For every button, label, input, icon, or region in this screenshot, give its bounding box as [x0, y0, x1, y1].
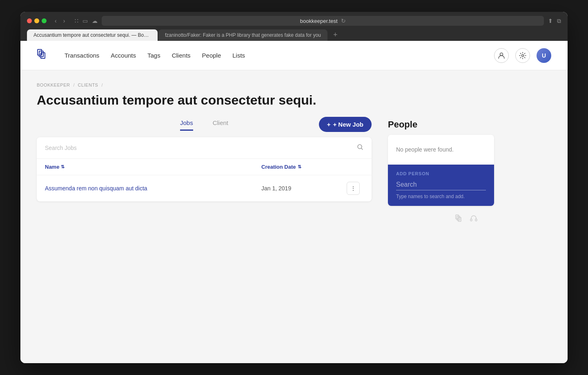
- sidebar-icon: ▭: [82, 18, 88, 24]
- browser-icons: ∷ ▭ ☁: [75, 18, 98, 24]
- user-icon-button[interactable]: [494, 48, 509, 63]
- svg-point-4: [522, 54, 524, 56]
- active-tab[interactable]: Accusantium tempore aut consectetur sequ…: [27, 29, 158, 41]
- footer-headphones-icon: [470, 214, 478, 224]
- add-person-input[interactable]: [396, 179, 486, 190]
- content-layout: Jobs Client + + New Job: [37, 119, 494, 206]
- new-job-label: + New Job: [333, 121, 363, 128]
- nav-clients[interactable]: Clients: [172, 50, 191, 60]
- back-button[interactable]: ‹: [52, 17, 59, 25]
- row-actions: ⋮: [343, 182, 363, 195]
- footer-icons: [37, 206, 494, 232]
- people-card: No people were found. ADD PERSON Type na…: [388, 135, 494, 206]
- breadcrumb-clients[interactable]: CLIENTS: [78, 83, 98, 87]
- page-title: Accusantium tempore aut consectetur sequ…: [37, 92, 494, 108]
- new-tab-icon[interactable]: ⧉: [557, 18, 561, 25]
- page-content: Transactions Accounts Tags Clients Peopl…: [20, 41, 568, 363]
- app-logo: [37, 49, 48, 62]
- forward-button[interactable]: ›: [61, 17, 68, 25]
- browser-right-icons: ⬆ ⧉: [548, 18, 561, 25]
- settings-icon-button[interactable]: [515, 48, 530, 63]
- reload-icon[interactable]: ↻: [341, 18, 346, 24]
- col-name[interactable]: Name ⇅: [45, 164, 261, 170]
- nav-right: U: [494, 48, 551, 63]
- fullscreen-button[interactable]: [42, 18, 47, 23]
- minimize-button[interactable]: [34, 18, 39, 23]
- grid-icon: ∷: [75, 18, 78, 24]
- svg-rect-10: [475, 219, 477, 221]
- search-icon[interactable]: [357, 144, 363, 152]
- traffic-lights: [27, 18, 47, 23]
- nav-lists[interactable]: Lists: [232, 50, 245, 60]
- breadcrumb-sep-2: /: [101, 83, 102, 87]
- address-bar[interactable]: bookkeeper.test ↻: [102, 16, 544, 26]
- avatar-label: U: [542, 52, 546, 59]
- tab-client[interactable]: Client: [213, 119, 228, 131]
- people-title: People: [388, 119, 494, 130]
- nav-people[interactable]: People: [202, 50, 221, 60]
- app-nav: Transactions Accounts Tags Clients Peopl…: [20, 41, 568, 70]
- table-row: Assumenda rem non quisquam aut dicta Jan…: [37, 175, 372, 201]
- date-sort-icon: ⇅: [298, 164, 301, 170]
- no-people-message: No people were found.: [388, 135, 494, 165]
- nav-accounts[interactable]: Accounts: [111, 50, 136, 60]
- tabs-nav: Jobs Client + + New Job: [37, 119, 372, 131]
- nav-tags[interactable]: Tags: [147, 50, 160, 60]
- close-button[interactable]: [27, 18, 32, 23]
- browser-window: ‹ › ∷ ▭ ☁ bookkeeper.test ↻ ⬆ ⧉ Accusant…: [20, 12, 568, 363]
- search-jobs-input[interactable]: [45, 145, 352, 151]
- plus-icon: +: [327, 121, 331, 128]
- jobs-card: Name ⇅ Creation Date ⇅ Assumenda rem n: [37, 137, 372, 201]
- secondary-tab[interactable]: fzaninotto/Faker: Faker is a PHP library…: [158, 29, 327, 41]
- add-person-section: ADD PERSON Type names to search and add.: [388, 165, 494, 206]
- nav-buttons: ‹ ›: [52, 17, 67, 25]
- breadcrumb-bookkeeper[interactable]: BOOKKEEPER: [37, 83, 70, 87]
- job-name-link[interactable]: Assumenda rem non quisquam aut dicta: [45, 185, 261, 192]
- add-person-hint: Type names to search and add.: [396, 194, 486, 199]
- browser-controls: ‹ › ∷ ▭ ☁ bookkeeper.test ↻ ⬆ ⧉: [27, 16, 561, 26]
- add-person-label: ADD PERSON: [396, 171, 486, 176]
- col-name-label: Name: [45, 164, 59, 170]
- browser-chrome: ‹ › ∷ ▭ ☁ bookkeeper.test ↻ ⬆ ⧉ Accusant…: [20, 12, 568, 41]
- col-creation-date[interactable]: Creation Date ⇅: [261, 164, 343, 170]
- breadcrumb-sep-1: /: [73, 83, 74, 87]
- address-text: bookkeeper.test: [300, 18, 338, 24]
- row-menu-button[interactable]: ⋮: [347, 182, 360, 195]
- table-header: Name ⇅ Creation Date ⇅: [37, 159, 372, 175]
- name-sort-icon: ⇅: [61, 164, 65, 170]
- avatar[interactable]: U: [537, 48, 551, 63]
- share-icon[interactable]: ⬆: [548, 18, 553, 25]
- nav-links: Transactions Accounts Tags Clients Peopl…: [65, 50, 494, 60]
- new-tab-button[interactable]: +: [330, 29, 341, 41]
- tab-jobs[interactable]: Jobs: [180, 119, 193, 131]
- main-area: BOOKKEEPER / CLIENTS / Accusantium tempo…: [20, 70, 510, 245]
- job-date: Jan 1, 2019: [261, 185, 343, 192]
- col-date-label: Creation Date: [261, 164, 296, 170]
- jobs-section: Jobs Client + + New Job: [37, 119, 372, 201]
- breadcrumb: BOOKKEEPER / CLIENTS /: [37, 83, 494, 87]
- footer-book-icon: [455, 214, 463, 224]
- people-section: People No people were found. ADD PERSON …: [388, 119, 494, 206]
- extension-icon: ☁: [92, 18, 98, 24]
- svg-rect-9: [470, 219, 472, 221]
- nav-transactions[interactable]: Transactions: [65, 50, 99, 60]
- search-bar: [37, 137, 372, 159]
- new-job-button[interactable]: + + New Job: [319, 117, 372, 132]
- tabs-bar: Accusantium tempore aut consectetur sequ…: [27, 29, 561, 41]
